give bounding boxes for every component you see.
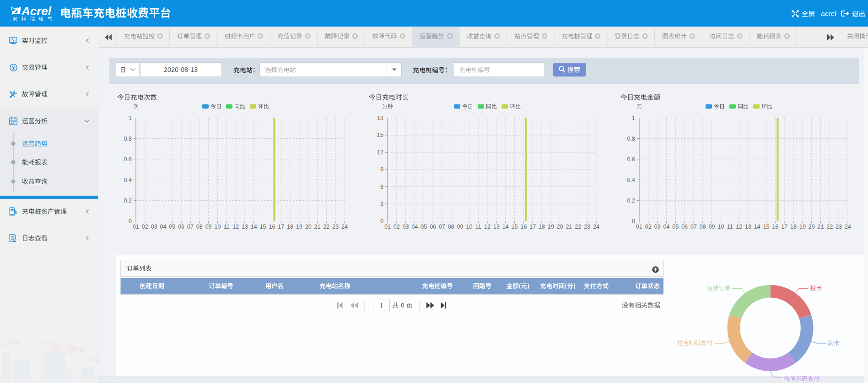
svg-text:06: 06: [430, 224, 436, 230]
svg-text:3: 3: [380, 201, 383, 207]
svg-text:19: 19: [799, 224, 806, 230]
svg-text:15: 15: [377, 132, 383, 138]
svg-text:12: 12: [232, 224, 239, 230]
svg-text:1: 1: [380, 302, 383, 309]
svg-text:17: 17: [529, 224, 536, 230]
svg-text:22: 22: [826, 224, 833, 230]
svg-text:0: 0: [380, 218, 383, 224]
svg-text:07: 07: [690, 224, 697, 230]
svg-text:13: 13: [242, 224, 248, 230]
svg-text:13: 13: [745, 224, 751, 230]
svg-text:0.6: 0.6: [627, 156, 635, 163]
svg-text:23: 23: [584, 224, 590, 230]
svg-text:05: 05: [421, 224, 427, 230]
svg-text:0.4: 0.4: [124, 177, 132, 183]
svg-text:24: 24: [341, 224, 348, 230]
svg-text:24: 24: [593, 224, 599, 230]
svg-text:1: 1: [129, 115, 132, 121]
svg-text:18: 18: [287, 224, 293, 230]
svg-text:12: 12: [377, 149, 383, 156]
svg-text:9: 9: [380, 166, 383, 173]
svg-text:14: 14: [502, 224, 509, 230]
svg-text:acrel: acrel: [821, 10, 836, 17]
svg-text:04: 04: [412, 224, 418, 230]
svg-text:03: 03: [151, 224, 157, 230]
svg-text:22: 22: [323, 224, 329, 230]
svg-text:20: 20: [305, 224, 312, 230]
svg-text:17: 17: [278, 224, 284, 230]
svg-text:21: 21: [818, 224, 824, 230]
svg-text:23: 23: [332, 224, 339, 230]
svg-text:09: 09: [457, 224, 464, 230]
svg-text:11: 11: [224, 224, 230, 230]
svg-text:21: 21: [314, 224, 321, 230]
svg-text:14: 14: [251, 224, 257, 230]
svg-text:10: 10: [717, 224, 724, 230]
svg-text:18: 18: [539, 224, 545, 230]
svg-text:17: 17: [781, 224, 787, 230]
svg-text:02: 02: [645, 224, 652, 230]
svg-text:19: 19: [296, 224, 302, 230]
svg-text:1: 1: [632, 115, 635, 121]
svg-text:03: 03: [403, 224, 409, 230]
svg-text:16: 16: [772, 224, 778, 230]
svg-text:0.2: 0.2: [627, 197, 635, 204]
svg-text:24: 24: [845, 224, 851, 230]
svg-text:07: 07: [187, 224, 194, 230]
svg-text:01: 01: [384, 224, 391, 230]
svg-text:01: 01: [133, 224, 139, 230]
svg-text:15: 15: [260, 224, 266, 230]
svg-text:15: 15: [512, 224, 518, 230]
svg-text:09: 09: [709, 224, 715, 230]
svg-text:08: 08: [448, 224, 454, 230]
svg-text:11: 11: [475, 224, 481, 230]
svg-text:05: 05: [672, 224, 679, 230]
svg-text:0.2: 0.2: [124, 197, 132, 204]
svg-text:Acrel: Acrel: [21, 4, 52, 18]
svg-text:10: 10: [466, 224, 472, 230]
svg-text:15: 15: [763, 224, 770, 230]
svg-text:0.4: 0.4: [627, 177, 635, 183]
svg-text:08: 08: [196, 224, 203, 230]
svg-text:01: 01: [636, 224, 642, 230]
svg-text:12: 12: [484, 224, 491, 230]
svg-text:06: 06: [681, 224, 688, 230]
svg-text:20: 20: [809, 224, 815, 230]
svg-text:0: 0: [401, 302, 404, 309]
svg-text:22: 22: [575, 224, 581, 230]
svg-text:02: 02: [142, 224, 148, 230]
svg-text:05: 05: [169, 224, 175, 230]
svg-text:0.8: 0.8: [124, 136, 132, 142]
svg-text:16: 16: [269, 224, 275, 230]
svg-text:0.8: 0.8: [627, 136, 635, 142]
svg-text:19: 19: [548, 224, 554, 230]
svg-text:11: 11: [727, 224, 733, 230]
svg-text:21: 21: [566, 224, 572, 230]
svg-text:08: 08: [700, 224, 706, 230]
svg-text:0: 0: [129, 218, 132, 224]
svg-text:2020-08-13: 2020-08-13: [164, 66, 198, 73]
svg-text:14: 14: [754, 224, 760, 230]
svg-text:0: 0: [632, 218, 635, 224]
svg-text:03: 03: [654, 224, 661, 230]
svg-text:04: 04: [663, 224, 670, 230]
svg-text:13: 13: [493, 224, 500, 230]
svg-text:12: 12: [736, 224, 742, 230]
svg-text:07: 07: [439, 224, 445, 230]
svg-text:23: 23: [836, 224, 842, 230]
svg-text:0.6: 0.6: [124, 156, 132, 163]
svg-text:16: 16: [520, 224, 527, 230]
svg-text:09: 09: [205, 224, 212, 230]
svg-text:20: 20: [557, 224, 563, 230]
svg-text:6: 6: [380, 184, 383, 190]
svg-text:18: 18: [790, 224, 797, 230]
svg-text:10: 10: [214, 224, 221, 230]
svg-text:04: 04: [160, 224, 167, 230]
svg-text:18: 18: [377, 115, 383, 121]
svg-text:06: 06: [178, 224, 184, 230]
svg-text:02: 02: [394, 224, 400, 230]
